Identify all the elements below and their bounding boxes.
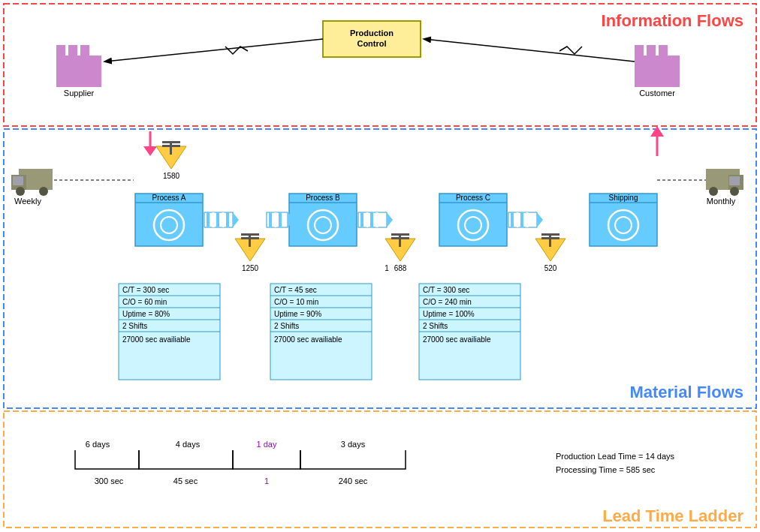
svg-text:C/T = 300 sec: C/T = 300 sec [423, 286, 469, 294]
svg-text:27000 sec availiable: 27000 sec availiable [122, 335, 191, 344]
inv-triangle-3 [535, 239, 565, 261]
customer-to-pc-arrow [424, 39, 635, 62]
svg-rect-42 [241, 237, 259, 239]
customer-pull-arrow [650, 126, 664, 137]
push-arrow-1 [204, 212, 233, 227]
supplier-label: Supplier [64, 89, 95, 98]
svg-text:2 Shifts: 2 Shifts [122, 322, 147, 330]
svg-rect-39 [162, 145, 180, 147]
svg-point-23 [154, 210, 184, 240]
svg-marker-60 [288, 212, 295, 227]
svg-text:4 days: 4 days [176, 440, 201, 449]
svg-point-32 [465, 217, 481, 233]
leadtime-label: Lead Time Ladder [602, 506, 743, 525]
process-b-box [289, 194, 357, 246]
customer-label: Customer [639, 89, 675, 98]
ladder-step-1 [75, 450, 139, 469]
svg-rect-40 [241, 233, 259, 236]
svg-text:Process A: Process A [152, 194, 185, 202]
svg-text:1 day: 1 day [257, 440, 277, 449]
svg-text:3 days: 3 days [341, 440, 366, 449]
svg-text:2 Shifts: 2 Shifts [423, 322, 448, 330]
svg-rect-15 [728, 175, 743, 190]
processing-time-label: Processing Time = 585 sec [556, 465, 656, 474]
ladder-step-3 [233, 450, 300, 469]
info-flows-label: Information Flows [602, 11, 743, 30]
svg-text:1: 1 [385, 264, 389, 272]
supplier-factory [56, 56, 101, 87]
customer-factory [635, 56, 680, 87]
svg-text:C/O = 60 min: C/O = 60 min [122, 298, 167, 306]
supplier-battlement [56, 45, 65, 56]
svg-marker-55 [233, 212, 239, 227]
svg-rect-18 [729, 176, 740, 185]
svg-rect-56 [267, 212, 288, 227]
svg-rect-5 [68, 45, 77, 56]
svg-rect-8 [647, 45, 656, 56]
svg-text:1: 1 [264, 476, 269, 485]
inv-triangle-0 [156, 146, 186, 169]
weekly-label: Weekly [14, 197, 41, 206]
data-box-c [419, 284, 520, 380]
process-a-box [135, 194, 203, 246]
shipping-box [590, 194, 657, 246]
svg-rect-41 [249, 236, 251, 247]
svg-rect-1 [4, 129, 756, 408]
svg-text:C/T = 300 sec: C/T = 300 sec [122, 286, 169, 294]
inv-triangle-1 [235, 239, 265, 261]
inv-qty-1: 1250 [242, 264, 259, 272]
inv-qty-0: 1580 [163, 172, 180, 180]
svg-rect-7 [635, 45, 644, 56]
svg-text:Process B: Process B [306, 194, 340, 202]
svg-point-24 [161, 217, 177, 233]
svg-text:Process C: Process C [456, 194, 490, 202]
svg-point-28 [315, 217, 331, 233]
data-box-b [270, 284, 372, 380]
svg-text:C/O = 10 min: C/O = 10 min [274, 298, 318, 306]
svg-text:27000 sec availiable: 27000 sec availiable [423, 335, 491, 344]
svg-rect-43 [391, 233, 409, 236]
svg-text:Shipping: Shipping [609, 194, 638, 202]
svg-text:Uptime = 100%: Uptime = 100% [423, 310, 475, 318]
svg-rect-2 [4, 411, 756, 527]
svg-text:Production: Production [350, 29, 394, 38]
data-box-a [119, 284, 220, 380]
svg-text:C/T = 45 sec: C/T = 45 sec [274, 286, 317, 294]
weekly-truck [19, 169, 53, 190]
svg-point-13 [39, 187, 48, 196]
production-lead-label: Production Lead Time = 14 days [556, 452, 675, 461]
svg-rect-14 [13, 176, 23, 185]
svg-rect-9 [659, 45, 668, 56]
svg-rect-47 [541, 233, 559, 236]
svg-rect-48 [549, 236, 551, 247]
svg-text:C/O = 240 min: C/O = 240 min [423, 298, 472, 306]
svg-text:Control: Control [357, 39, 386, 48]
svg-text:Uptime = 90%: Uptime = 90% [274, 310, 321, 318]
svg-rect-11 [11, 175, 26, 190]
svg-rect-45 [391, 237, 409, 239]
push-arrow-3 [508, 212, 537, 227]
supplier-push-arrow [143, 146, 157, 156]
inv-qty-2: 688 [394, 264, 407, 272]
svg-rect-37 [162, 141, 180, 143]
ladder-step-4 [300, 450, 406, 469]
svg-text:27000 sec availiable: 27000 sec availiable [274, 335, 342, 344]
svg-rect-0 [4, 4, 756, 126]
process-c-box [439, 194, 507, 246]
svg-marker-65 [387, 212, 393, 227]
svg-point-36 [615, 217, 632, 233]
svg-rect-49 [541, 237, 559, 239]
monthly-truck [706, 169, 740, 190]
svg-point-27 [308, 210, 338, 240]
svg-line-10 [105, 39, 323, 62]
material-flows-label: Material Flows [629, 383, 743, 401]
svg-text:45 sec: 45 sec [173, 476, 198, 485]
svg-point-35 [608, 210, 638, 240]
svg-point-12 [16, 187, 25, 196]
svg-text:2 Shifts: 2 Shifts [274, 322, 299, 330]
ladder-step-2 [139, 450, 233, 469]
svg-rect-38 [170, 143, 172, 155]
svg-text:Uptime = 80%: Uptime = 80% [122, 310, 170, 318]
monthly-label: Monthly [707, 197, 736, 206]
production-control-box [323, 21, 421, 57]
